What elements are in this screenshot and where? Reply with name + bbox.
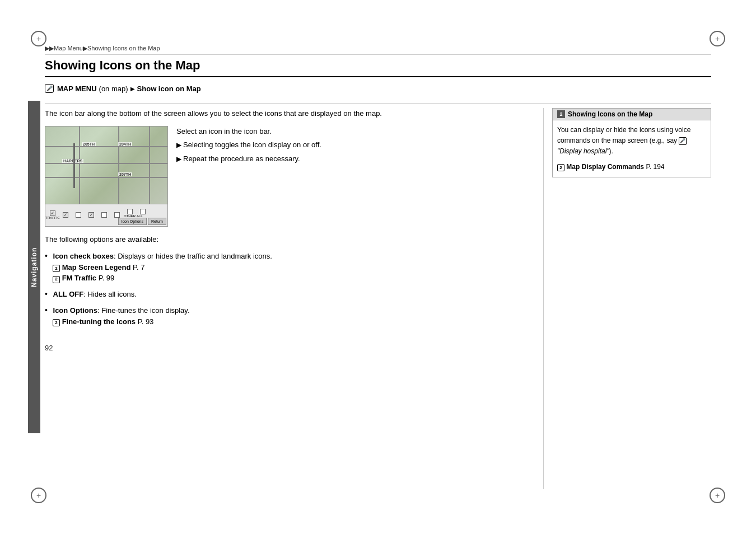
content-with-image: 205TH 204TH 207TH HARPERS TRAFFIC	[45, 126, 524, 227]
info-box-content: You can display or hide the icons using …	[552, 120, 711, 177]
checkbox-7[interactable]	[127, 209, 133, 214]
corner-mark-tr	[710, 31, 725, 46]
step-2: ▶Selecting toggles the icon display on o…	[176, 139, 524, 151]
page-content: Navigation ▶▶Map Menu▶Showing Icons on t…	[45, 45, 711, 489]
return-button[interactable]: Return	[148, 218, 166, 225]
corner-mark-bl	[31, 488, 46, 503]
checkbox-3[interactable]	[76, 212, 81, 218]
toolbar-cb4	[85, 212, 97, 218]
arrow-bullet-1: ▶	[176, 141, 181, 149]
ref-icon-map-commands: 2	[557, 164, 564, 171]
page-number: 92	[45, 344, 524, 352]
ref-label-1: Map Screen Legend	[62, 263, 131, 271]
main-content: The icon bar along the bottom of the scr…	[45, 108, 711, 489]
ref-page-map-commands: P. 194	[646, 163, 664, 171]
breadcrumb: ▶▶Map Menu▶Showing Icons on the Map	[45, 45, 711, 55]
left-panel: The icon bar along the bottom of the scr…	[45, 108, 532, 489]
ref-map-display-commands: 2 Map Display Commands P. 194	[557, 162, 706, 172]
map-toolbar: TRAFFIC	[45, 204, 167, 226]
toolbar-cb3	[72, 212, 85, 218]
checkbox-alloff[interactable]	[140, 209, 146, 214]
map-display: 205TH 204TH 207TH HARPERS	[45, 127, 167, 205]
menu-label: MAP MENU	[57, 85, 97, 93]
option-icon-options: Icon Options: Fine-tunes the icon displa…	[45, 305, 524, 327]
menu-action: Show icon on Map	[137, 85, 201, 93]
ref-icon-2: 2	[53, 276, 60, 283]
info-box-title: 2 Showing Icons on the Map	[552, 108, 711, 120]
map-label-204th: 204TH	[118, 142, 132, 146]
ref-label-3: Fine-tuning the Icons	[62, 317, 136, 326]
road-v2	[118, 127, 119, 205]
map-screenshot: 205TH 204TH 207TH HARPERS TRAFFIC	[45, 126, 168, 227]
toolbar-cb2	[59, 212, 72, 218]
info-italic: "Display hospital"	[557, 147, 609, 155]
option-all-off: ALL OFF: Hides all icons.	[45, 288, 524, 300]
ref-icon-3: 2	[53, 319, 60, 326]
option-label-alloff: ALL OFF	[53, 290, 84, 298]
steps-panel: Select an icon in the icon bar. ▶Selecti…	[176, 126, 524, 227]
arrow-bullet-2: ▶	[176, 155, 181, 163]
road-v1	[79, 127, 80, 205]
menu-arrow: ▶	[130, 86, 135, 92]
divider	[45, 103, 711, 104]
road-v3	[149, 127, 150, 205]
options-list: Icon check boxes: Displays or hides the …	[45, 250, 524, 327]
label-traffic: TRAFFIC	[45, 216, 59, 219]
toolbar-cb5	[98, 212, 110, 218]
info-box-icon: 2	[557, 110, 565, 118]
page-title: Showing Icons on the Map	[45, 58, 711, 77]
ref-label-2: FM Traffic	[62, 274, 96, 282]
step-1: Select an icon in the icon bar.	[176, 126, 524, 138]
right-panel: 2 Showing Icons on the Map You can displ…	[543, 108, 711, 489]
description: The icon bar along the bottom of the scr…	[45, 108, 524, 119]
option-label-checkboxes: Icon check boxes	[53, 252, 114, 260]
ref-fine-tuning: 2 Fine-tuning the Icons P. 93	[53, 317, 153, 326]
option-label-iconoptions: Icon Options	[53, 306, 97, 315]
checkbox-traffic[interactable]	[50, 210, 55, 216]
ref-label-map-commands: Map Display Commands	[566, 163, 644, 171]
ref-icon-1: 2	[53, 265, 60, 272]
checkbox-4[interactable]	[88, 212, 94, 218]
mic-icon: 🎤	[45, 84, 54, 93]
checkbox-6[interactable]	[114, 212, 120, 218]
map-label-207th: 207TH	[118, 172, 132, 176]
route-line	[73, 143, 75, 188]
option-icon-checkboxes: Icon check boxes: Displays or hides the …	[45, 250, 524, 284]
corner-mark-br	[710, 488, 725, 503]
checkbox-5[interactable]	[101, 212, 107, 218]
options-intro: The following options are available:	[45, 235, 524, 243]
ref-fm-traffic: 2 FM Traffic P. 99	[53, 274, 114, 282]
corner-mark-tl	[31, 31, 46, 46]
icon-options-button[interactable]: Icon Options	[118, 218, 147, 225]
toolbar-traffic: TRAFFIC	[46, 210, 59, 219]
checkbox-2[interactable]	[63, 212, 68, 218]
sidebar-navigation: Navigation	[28, 101, 40, 433]
toolbar-cb6	[111, 212, 123, 218]
menu-context: (on map)	[99, 85, 128, 93]
step-3: ▶Repeat the procedure as necessary.	[176, 153, 524, 165]
menu-path: 🎤 MAP MENU (on map) ▶ Show icon on Map	[45, 84, 711, 93]
info-paragraph: You can display or hide the icons using …	[557, 125, 706, 157]
toolbar-buttons: Icon Options Return	[118, 218, 166, 225]
ref-map-screen-legend: 2 Map Screen Legend P. 7	[53, 263, 145, 271]
map-label-205th: 205TH	[82, 142, 96, 146]
voice-icon: 🎤	[679, 137, 687, 145]
